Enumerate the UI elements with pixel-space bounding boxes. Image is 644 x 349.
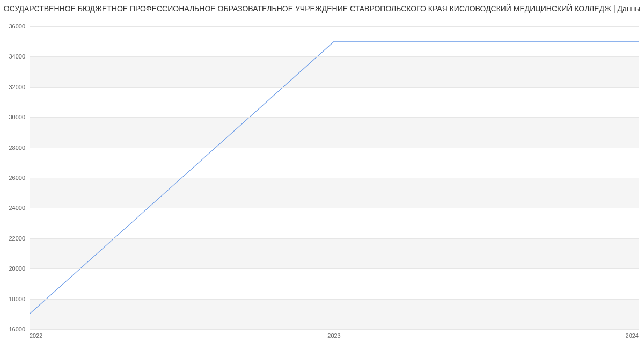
y-tick-label: 34000 bbox=[9, 53, 30, 60]
x-tick-label: 2023 bbox=[327, 329, 340, 339]
grid-line bbox=[30, 26, 639, 27]
grid-line bbox=[30, 117, 639, 118]
y-tick-label: 20000 bbox=[9, 265, 30, 272]
grid-line bbox=[30, 238, 639, 239]
chart-wrapper: 1600018000200002200024000260002800030000… bbox=[0, 13, 644, 346]
grid-line bbox=[30, 56, 639, 57]
y-tick-label: 36000 bbox=[9, 23, 30, 30]
y-tick-label: 30000 bbox=[9, 114, 30, 120]
y-tick-label: 26000 bbox=[9, 174, 30, 181]
y-tick-label: 24000 bbox=[9, 205, 30, 211]
y-tick-label: 22000 bbox=[9, 235, 30, 242]
grid-line bbox=[30, 148, 639, 148]
grid-line bbox=[30, 87, 639, 88]
grid-line bbox=[30, 268, 639, 269]
y-tick-label: 16000 bbox=[9, 326, 30, 332]
plot-area: 1600018000200002200024000260002800030000… bbox=[30, 26, 639, 330]
x-tick-label: 2022 bbox=[30, 329, 42, 339]
grid-line bbox=[30, 178, 639, 178]
y-tick-label: 32000 bbox=[9, 84, 30, 90]
grid-line bbox=[30, 299, 639, 300]
y-tick-label: 18000 bbox=[9, 296, 30, 302]
chart-title: ОСУДАРСТВЕННОЕ БЮДЖЕТНОЕ ПРОФЕССИОНАЛЬНО… bbox=[0, 0, 644, 13]
grid-line bbox=[30, 208, 639, 208]
x-tick-label: 2024 bbox=[626, 329, 639, 339]
y-tick-label: 28000 bbox=[9, 144, 30, 151]
